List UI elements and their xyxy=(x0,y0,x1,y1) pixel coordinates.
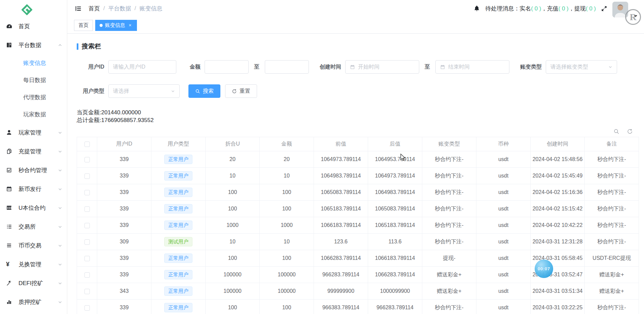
table-cell: 100 xyxy=(206,250,260,267)
total-amount-text: 总计金额:17669058857.93552 xyxy=(77,116,639,124)
table-cell: 1064983.789114 xyxy=(314,168,368,184)
yen-icon: ¥ xyxy=(6,261,13,267)
select-all-checkbox[interactable] xyxy=(84,142,90,147)
table-cell: 正常用户 xyxy=(151,300,206,314)
contract-check-icon xyxy=(6,167,13,173)
row-checkbox[interactable] xyxy=(84,157,90,162)
sidebar-item-1[interactable]: 平台数据 xyxy=(0,36,67,54)
hamburger-icon[interactable] xyxy=(75,5,82,12)
table-refresh-icon[interactable] xyxy=(627,128,633,134)
tab-close-icon[interactable]: × xyxy=(128,23,133,28)
row-checkbox[interactable] xyxy=(84,305,90,311)
sidebar-item-11[interactable]: 质押挖矿 xyxy=(0,292,67,311)
tab-label: 账变信息 xyxy=(105,22,125,29)
row-checkbox[interactable] xyxy=(84,173,90,179)
table-cell: 339 xyxy=(97,184,151,201)
sidebar-item-label: 秒合约管理 xyxy=(19,166,58,174)
table-cell: 1065083.789114 xyxy=(314,184,368,201)
table-cell xyxy=(77,234,97,250)
table-cell: 100000 xyxy=(206,283,260,300)
row-checkbox[interactable] xyxy=(84,289,90,294)
end-time-input[interactable]: 结束时间 xyxy=(435,60,509,74)
table-cell: 100 xyxy=(206,300,260,314)
reset-button[interactable]: 重置 xyxy=(225,84,257,98)
table-header-cell: 用户类型 xyxy=(151,137,206,151)
table-cell: 100 xyxy=(260,250,314,267)
user-id-input[interactable] xyxy=(108,60,176,74)
row-checkbox[interactable] xyxy=(84,206,90,212)
sidebar-item-10[interactable]: DEFI挖矿 xyxy=(0,274,67,292)
change-type-select[interactable]: 请选择账变类型 xyxy=(546,60,617,74)
table-cell: 966383.789114 xyxy=(314,300,368,314)
row-checkbox[interactable] xyxy=(84,272,90,278)
start-time-placeholder: 开始时间 xyxy=(358,64,380,71)
sidebar-subitem-1-2[interactable]: 代理数据 xyxy=(0,89,67,106)
amount-min-input[interactable] xyxy=(205,60,249,74)
logo-icon xyxy=(20,2,34,17)
sidebar-item-5[interactable]: 新币发行 xyxy=(0,180,67,198)
table-cell: 339 xyxy=(97,250,151,267)
table-cell xyxy=(77,217,97,234)
data-book-icon xyxy=(6,42,13,48)
table-row-8: 343正常用户1000001000009999999001000099900赠送… xyxy=(77,283,639,300)
tab-1[interactable]: 账变信息× xyxy=(95,20,137,31)
end-time-placeholder: 结束时间 xyxy=(448,64,470,71)
breadcrumb-item[interactable]: 首页 xyxy=(88,5,100,12)
created-to-label: 至 xyxy=(425,64,430,71)
search-panel-title: 搜索栏 xyxy=(77,42,639,51)
chevron-down-icon xyxy=(58,243,62,248)
table-cell: usdt xyxy=(476,234,531,250)
sidebar-item-9[interactable]: ¥兑换管理 xyxy=(0,255,67,274)
table-cell: 100 xyxy=(260,300,314,314)
user-type-tag: 正常用户 xyxy=(164,253,192,263)
table-cell: 赠送彩金+ xyxy=(585,267,639,283)
user-type-select[interactable]: 请选择 xyxy=(108,84,180,98)
user-type-tag: 正常用户 xyxy=(164,171,192,181)
table-cell: 正常用户 xyxy=(151,151,206,168)
sidebar-item-8[interactable]: 币币交易 xyxy=(0,236,67,255)
bell-icon[interactable] xyxy=(473,5,480,12)
sidebar-subitem-1-1[interactable]: 每日数据 xyxy=(0,72,67,89)
notice-item-label: 提现 xyxy=(574,5,586,12)
table-cell: 秒合约下注- xyxy=(422,217,476,234)
row-checkbox[interactable] xyxy=(84,239,90,245)
breadcrumb-item[interactable]: 平台数据 xyxy=(108,5,131,12)
avatar[interactable] xyxy=(612,2,628,17)
table-row-1: 339正常用户10101064983.7891141064973.789114秒… xyxy=(77,168,639,184)
avatar-caret-icon[interactable] xyxy=(634,15,637,17)
table-cell: 秒合约下注- xyxy=(585,201,639,217)
sidebar-item-3[interactable]: 充提管理 xyxy=(0,142,67,161)
page-amount-text: 当页金额:201440.000000 xyxy=(77,109,639,116)
sidebar-item-6[interactable]: U本位合约 xyxy=(0,198,67,217)
sidebar-subitem-1-3[interactable]: 玩家数据 xyxy=(0,106,67,123)
start-time-input[interactable]: 开始时间 xyxy=(345,60,419,74)
row-checkbox[interactable] xyxy=(84,223,90,228)
table-cell: 正常用户 xyxy=(151,283,206,300)
amount-max-input[interactable] xyxy=(265,60,309,74)
sidebar-item-2[interactable]: 玩家管理 xyxy=(0,123,67,142)
notice-prefix: 待处理消息： xyxy=(485,5,520,12)
table-cell: 1066283.789114 xyxy=(368,267,422,283)
sidebar-item-7[interactable]: 交易所 xyxy=(0,217,67,236)
title-accent-bar xyxy=(77,43,78,50)
sidebar-item-0[interactable]: 首页 xyxy=(0,17,67,36)
notice-separator: ， xyxy=(541,5,547,12)
recording-timer-overlay: 00:07 xyxy=(535,260,553,278)
table-header-cell: 折合U xyxy=(206,137,260,151)
table-cell: 1066283.789114 xyxy=(314,250,368,267)
table-cell: 正常用户 xyxy=(151,267,206,283)
table-cell: usdt xyxy=(476,201,531,217)
row-checkbox[interactable] xyxy=(84,190,90,195)
sidebar-item-4[interactable]: 秒合约管理 xyxy=(0,161,67,180)
table-row-6: 339正常用户1001001066283.7891141066183.78911… xyxy=(77,250,639,267)
fullscreen-icon[interactable] xyxy=(601,5,607,12)
tab-0[interactable]: 首页 xyxy=(74,20,93,31)
table-cell: 1000 xyxy=(206,217,260,234)
sidebar-item-label: 交易所 xyxy=(19,223,58,231)
table-search-icon[interactable] xyxy=(613,128,619,134)
sidebar-subitem-1-0[interactable]: 账变信息 xyxy=(0,54,67,72)
search-button[interactable]: 搜索 xyxy=(188,84,220,98)
row-checkbox[interactable] xyxy=(84,256,90,261)
table-cell: 2024-03-31 03:51:34 xyxy=(531,283,585,300)
main-table: 用户ID用户类型折合U金额前值后值账变类型币种创建时间备注 339正常用户202… xyxy=(77,137,639,314)
